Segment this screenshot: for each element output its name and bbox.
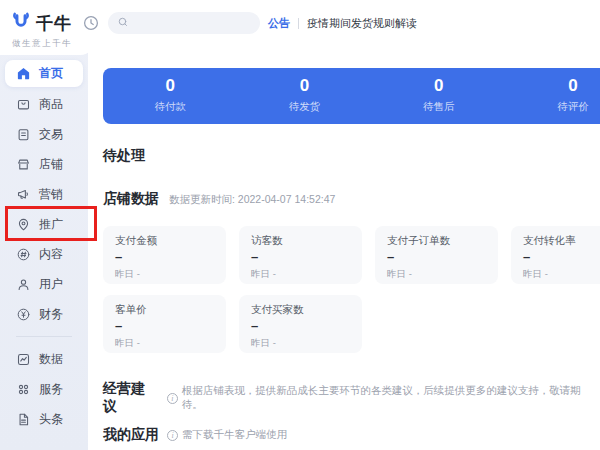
stat-value: 0 <box>103 77 237 96</box>
card-yesterday: 昨日 - <box>115 268 214 281</box>
sidebar-item-label: 营销 <box>39 186 63 203</box>
advice-section-header: 经营建议 根据店铺表现，提供新品成长主要环节的各类建议，后续提供更多的建议支持，… <box>103 380 600 416</box>
stat-to-ship[interactable]: 0 待发货 <box>237 68 371 124</box>
sidebar-item-data[interactable]: 数据 <box>5 344 83 374</box>
app-tagline: 做生意上千牛 <box>0 36 96 50</box>
sidebar-item-label: 用户 <box>39 276 63 293</box>
advice-subtitle-text: 根据店铺表现，提供新品成长主要环节的各类建议，后续提供更多的建议支持，敬请期待。 <box>182 384 600 412</box>
content-icon <box>16 247 31 262</box>
card-sub-orders[interactable]: 支付子订单数 – 昨日 - <box>375 226 498 284</box>
section-subtitle: 需下载千牛客户端使用 <box>167 428 287 442</box>
card-title: 客单价 <box>115 303 214 317</box>
sidebar-item-finance[interactable]: 财务 <box>5 299 83 329</box>
section-title: 经营建议 <box>103 380 159 416</box>
announcement-link[interactable]: 疫情期间发货规则解读 <box>307 16 417 31</box>
stat-label: 待付款 <box>103 100 237 114</box>
sidebar-item-label: 店铺 <box>39 156 63 173</box>
promotion-icon <box>16 217 31 232</box>
announcement-bar: 公告 疫情期间发货规则解读 <box>268 16 417 31</box>
sidebar-item-marketing[interactable]: 营销 <box>5 179 83 209</box>
card-yesterday: 昨日 - <box>387 268 486 281</box>
stat-label: 待售后 <box>372 100 506 114</box>
sidebar: 首页 商品 交易 店铺 营销 <box>0 0 88 450</box>
sidebar-item-label: 财务 <box>39 306 63 323</box>
card-title: 访客数 <box>251 234 350 248</box>
card-value: – <box>523 250 600 264</box>
sidebar-item-news[interactable]: 头条 <box>5 404 83 434</box>
sidebar-item-shop[interactable]: 店铺 <box>5 149 83 179</box>
sidebar-item-label: 服务 <box>39 381 63 398</box>
section-title: 店铺数据 <box>103 190 159 208</box>
card-yesterday: 昨日 - <box>115 337 214 350</box>
card-yesterday: 昨日 - <box>251 268 350 281</box>
sidebar-item-user[interactable]: 用户 <box>5 269 83 299</box>
apps-subtitle-text: 需下载千牛客户端使用 <box>182 428 287 442</box>
shop-data-section-header: 店铺数据 数据更新时间: 2022-04-07 14:52:47 <box>103 190 335 208</box>
pending-stats-banner: 0 待付款 0 待发货 0 待售后 0 待评价 <box>103 68 600 124</box>
shop-icon <box>16 157 31 172</box>
stat-value: 0 <box>372 77 506 96</box>
search-icon <box>117 14 129 32</box>
shop-data-cards-row-2: 客单价 – 昨日 - 支付买家数 – 昨日 - <box>103 295 362 353</box>
home-icon <box>16 66 31 81</box>
card-payment-amount[interactable]: 支付金额 – 昨日 - <box>103 226 226 284</box>
sidebar-item-label: 数据 <box>39 351 63 368</box>
sidebar-item-label: 头条 <box>39 411 63 428</box>
sidebar-item-label: 内容 <box>39 246 63 263</box>
shop-data-cards-row-1: 支付金额 – 昨日 - 访客数 – 昨日 - 支付子订单数 – 昨日 - 支付转… <box>103 226 600 284</box>
sidebar-item-trade[interactable]: 交易 <box>5 119 83 149</box>
my-apps-section-header: 我的应用 需下载千牛客户端使用 <box>103 426 287 444</box>
info-icon <box>167 430 178 441</box>
stat-to-review[interactable]: 0 待评价 <box>506 68 600 124</box>
app-name: 千牛 <box>36 12 72 35</box>
service-icon <box>16 382 31 397</box>
data-icon <box>16 352 31 367</box>
history-clock-button[interactable] <box>82 14 100 32</box>
sidebar-item-label: 首页 <box>39 65 63 82</box>
marketing-icon <box>16 187 31 202</box>
trade-icon <box>16 127 31 142</box>
sidebar-item-service[interactable]: 服务 <box>5 374 83 404</box>
sidebar-divider <box>16 336 72 337</box>
card-yesterday: 昨日 - <box>251 337 350 350</box>
card-value: – <box>115 319 214 333</box>
finance-icon <box>16 307 31 322</box>
sidebar-item-label: 交易 <box>39 126 63 143</box>
section-title: 待处理 <box>103 147 145 163</box>
user-icon <box>16 277 31 292</box>
card-value: – <box>115 250 214 264</box>
stat-value: 0 <box>237 77 371 96</box>
search-input[interactable] <box>134 17 249 29</box>
announcement-label[interactable]: 公告 <box>268 16 290 31</box>
card-conversion-rate[interactable]: 支付转化率 – 昨日 - <box>511 226 600 284</box>
card-value: – <box>251 250 350 264</box>
sidebar-nav: 首页 商品 交易 店铺 营销 <box>0 55 88 434</box>
card-value: – <box>251 319 350 333</box>
card-visitors[interactable]: 访客数 – 昨日 - <box>239 226 362 284</box>
search-bar[interactable] <box>108 12 260 34</box>
card-title: 支付子订单数 <box>387 234 486 248</box>
card-paying-buyers[interactable]: 支付买家数 – 昨日 - <box>239 295 362 353</box>
stat-after-sale[interactable]: 0 待售后 <box>372 68 506 124</box>
stat-value: 0 <box>506 77 600 96</box>
sidebar-item-content[interactable]: 内容 <box>5 239 83 269</box>
goods-icon <box>16 97 31 112</box>
pending-section-title: 待处理 <box>103 146 145 165</box>
sidebar-item-promotion[interactable]: 推广 <box>5 209 83 239</box>
card-title: 支付转化率 <box>523 234 600 248</box>
news-icon <box>16 412 31 427</box>
card-yesterday: 昨日 - <box>523 268 600 281</box>
sidebar-item-home[interactable]: 首页 <box>5 60 83 87</box>
section-subtitle: 根据店铺表现，提供新品成长主要环节的各类建议，后续提供更多的建议支持，敬请期待。 <box>167 384 600 412</box>
card-title: 支付金额 <box>115 234 214 248</box>
card-price-per-customer[interactable]: 客单价 – 昨日 - <box>103 295 226 353</box>
card-title: 支付买家数 <box>251 303 350 317</box>
info-icon <box>167 393 178 404</box>
stat-label: 待评价 <box>506 100 600 114</box>
announcement-separator <box>298 18 299 29</box>
data-update-time: 数据更新时间: 2022-04-07 14:52:47 <box>169 193 335 208</box>
sidebar-item-goods[interactable]: 商品 <box>5 89 83 119</box>
section-title: 我的应用 <box>103 426 159 444</box>
stat-label: 待发货 <box>237 100 371 114</box>
stat-to-pay[interactable]: 0 待付款 <box>103 68 237 124</box>
